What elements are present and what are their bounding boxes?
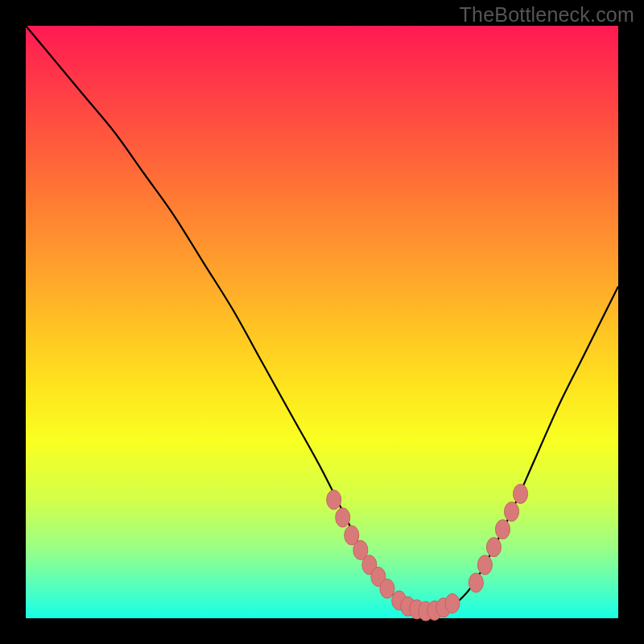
data-point-marker [380,579,394,598]
data-point-marker [445,594,460,613]
data-point-marker [505,502,519,522]
data-point-marker [336,508,350,527]
data-point-marker [486,538,501,557]
data-point-marker [514,484,528,503]
watermark-text: TheBottleneck.com [460,3,634,27]
data-point-markers [327,484,528,621]
data-point-marker [495,520,510,539]
data-point-marker [469,573,483,592]
data-point-marker [327,490,341,510]
bottleneck-curve-line [26,26,618,613]
bottleneck-chart [26,26,618,618]
data-point-marker [477,555,492,575]
